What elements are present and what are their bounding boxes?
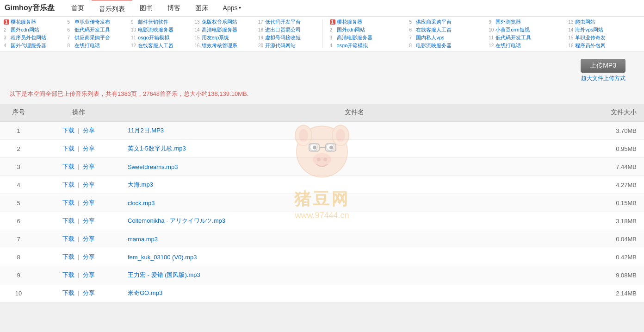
ad-link[interactable]: 在线打电话 [74, 42, 100, 49]
ad-item[interactable]: 13爬虫网站 [568, 19, 640, 25]
ad-item[interactable]: 13免版权音乐网站 [195, 19, 251, 25]
ad-link[interactable]: 在线打电话 [495, 42, 521, 49]
share-link[interactable]: 分享 [83, 235, 95, 242]
download-link[interactable]: 下载 [62, 271, 74, 278]
ad-item[interactable]: 7国内私人vps [409, 34, 481, 41]
cell-name[interactable]: 11月2日.MP3 [120, 122, 588, 140]
ad-item[interactable]: 8电影流映服务器 [409, 42, 481, 49]
share-link[interactable]: 分享 [83, 181, 95, 188]
ad-item[interactable]: 16绩效考核管理系 [195, 42, 251, 49]
ad-item[interactable]: 5单职业传奇发布 [68, 19, 124, 25]
ad-link[interactable]: osgo开箱模拟 [138, 34, 169, 41]
ad-link[interactable]: 国外cdn网站 [11, 26, 39, 33]
ad-item[interactable]: 15用友erp系统 [195, 34, 251, 41]
share-link[interactable]: 分享 [83, 253, 95, 260]
nav-image-bed[interactable]: 图床 [188, 0, 216, 16]
ad-item[interactable]: 16程序员外包网 [568, 42, 640, 49]
ad-item[interactable]: 9邮件营销软件 [131, 19, 187, 25]
ad-link[interactable]: 低代码开发平台 [265, 19, 301, 25]
download-link[interactable]: 下载 [62, 253, 74, 260]
ad-item[interactable]: 3高清电影服务器 [330, 34, 402, 41]
upload-button[interactable]: 上传MP3 [581, 59, 625, 73]
ad-link[interactable]: 爬虫网站 [575, 19, 595, 25]
ad-link[interactable]: 国外代理服务器 [11, 42, 46, 49]
ad-item[interactable]: 4osgo开箱模拟 [330, 42, 402, 49]
nav-music-list[interactable]: 音乐列表 [92, 0, 132, 16]
ad-link[interactable]: 高清电影服务器 [337, 34, 372, 41]
ad-item[interactable]: 6在线客服人工咨 [409, 26, 481, 33]
cell-name[interactable]: 王力宏 - 爱错 (国风版).mp3 [120, 266, 588, 284]
download-link[interactable]: 下载 [62, 127, 74, 134]
download-link[interactable]: 下载 [62, 145, 74, 152]
cell-name[interactable]: clock.mp3 [120, 194, 588, 212]
share-link[interactable]: 分享 [83, 145, 95, 152]
ad-link[interactable]: 绩效考核管理系 [202, 42, 237, 49]
ad-item[interactable]: 17低代码开发平台 [258, 19, 315, 25]
ad-link[interactable]: 樱花服务器 [337, 19, 362, 25]
ad-link[interactable]: 国外cdn网站 [337, 26, 365, 33]
ad-item[interactable]: 19虚拟号码接收短 [258, 34, 315, 41]
ad-item[interactable]: 9国外浏览器 [489, 19, 561, 25]
ad-link[interactable]: 供应商采购平台 [416, 19, 452, 25]
ad-item[interactable]: 8在线打电话 [68, 42, 124, 49]
share-link[interactable]: 分享 [83, 289, 95, 296]
cell-name[interactable]: 米奇GO.mp3 [120, 284, 588, 302]
ad-link[interactable]: 邮件营销软件 [138, 19, 168, 25]
ad-link[interactable]: 供应商采购平台 [74, 34, 110, 41]
ad-link[interactable]: 国内私人vps [416, 34, 444, 41]
ad-item[interactable]: 12在线客服人工咨 [131, 42, 187, 49]
nav-home[interactable]: 首页 [64, 0, 92, 16]
ad-link[interactable]: 小黄豆crm短视 [495, 26, 529, 33]
ad-link[interactable]: 国外浏览器 [495, 19, 521, 25]
ad-item[interactable]: 14海外vps网站 [568, 26, 640, 33]
download-link[interactable]: 下载 [62, 199, 74, 206]
ad-link[interactable]: 单职业传奇发布 [74, 19, 110, 25]
share-link[interactable]: 分享 [83, 199, 95, 206]
ad-link[interactable]: 樱花服务器 [11, 19, 36, 25]
ad-item[interactable]: 5供应商采购平台 [409, 19, 481, 25]
share-link[interactable]: 分享 [83, 127, 95, 134]
ad-item[interactable]: 15单职业传奇发 [568, 34, 640, 41]
download-link[interactable]: 下载 [62, 235, 74, 242]
cell-name[interactable]: 英文1-5数字儿歌.mp3 [120, 140, 588, 158]
cell-name[interactable]: Coltemonikha - アリクイワルツ.mp3 [120, 212, 588, 230]
ad-link[interactable]: 免版权音乐网站 [202, 19, 237, 25]
ad-item[interactable]: 2国外cdn网站 [4, 26, 60, 33]
ad-item[interactable]: 11osgo开箱模拟 [131, 34, 187, 41]
large-file-upload-link[interactable]: 超大文件上传方式 [581, 75, 625, 82]
ad-item[interactable]: 11低代码开发工具 [489, 34, 561, 41]
download-link[interactable]: 下载 [62, 163, 74, 170]
ad-item[interactable]: 7供应商采购平台 [68, 34, 124, 41]
ad-link[interactable]: 单职业传奇发 [575, 34, 606, 41]
cell-name[interactable]: mama.mp3 [120, 230, 588, 248]
ad-item[interactable]: 10小黄豆crm短视 [489, 26, 561, 33]
ad-item[interactable]: 14高清电影服务器 [195, 26, 251, 33]
ad-link[interactable]: 低代码开发工具 [495, 34, 531, 41]
cell-name[interactable]: 大海.mp3 [120, 176, 588, 194]
download-link[interactable]: 下载 [62, 289, 74, 296]
ad-link[interactable]: 用友erp系统 [202, 34, 229, 41]
nav-blog[interactable]: 博客 [160, 0, 188, 16]
ad-link[interactable]: 电影流映服务器 [138, 26, 173, 33]
ad-link[interactable]: 高清电影服务器 [202, 26, 237, 33]
ad-item[interactable]: 12在线打电话 [489, 42, 561, 49]
nav-apps[interactable]: Apps ▾ [216, 0, 249, 16]
ad-item[interactable]: 2国外cdn网站 [330, 26, 402, 33]
ad-item[interactable]: 20开源代码网站 [258, 42, 315, 49]
ad-item[interactable]: 10电影流映服务器 [131, 26, 187, 33]
ad-link[interactable]: 在线客服人工咨 [138, 42, 173, 49]
ad-link[interactable]: 虚拟号码接收短 [265, 34, 301, 41]
cell-name[interactable]: Sweetdreams.mp3 [120, 158, 588, 176]
ad-item[interactable]: 18进出口贸易公司 [258, 26, 315, 33]
download-link[interactable]: 下载 [62, 217, 74, 224]
ad-link[interactable]: osgo开箱模拟 [337, 42, 368, 49]
download-link[interactable]: 下载 [62, 181, 74, 188]
ad-item[interactable]: 1樱花服务器 [4, 19, 60, 25]
ad-link[interactable]: 程序员外包网 [575, 42, 606, 49]
ad-link[interactable]: 程序员外包网站 [11, 34, 46, 41]
nav-books[interactable]: 图书 [132, 0, 160, 16]
ad-item[interactable]: 4国外代理服务器 [4, 42, 60, 49]
ad-item[interactable]: 1樱花服务器 [330, 19, 402, 25]
ad-link[interactable]: 开源代码网站 [265, 42, 296, 49]
ad-link[interactable]: 在线客服人工咨 [416, 26, 452, 33]
